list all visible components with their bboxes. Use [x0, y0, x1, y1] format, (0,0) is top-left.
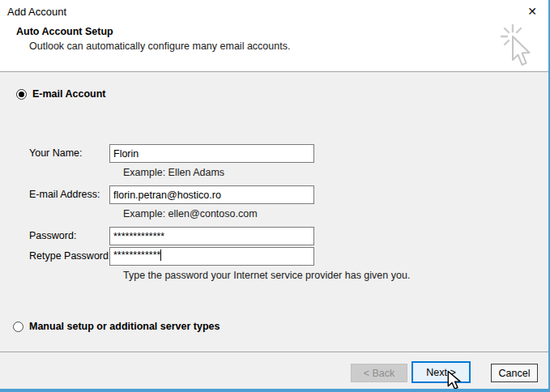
button-bar: < Back Next > Cancel [0, 352, 548, 389]
text-caret [160, 249, 161, 261]
cancel-button[interactable]: Cancel [491, 364, 538, 382]
retype-password-value: ************ [113, 249, 160, 261]
radio-email-account[interactable]: E-mail Account [16, 88, 106, 100]
close-icon: ✕ [527, 5, 537, 18]
window-title: Add Account [7, 6, 66, 18]
wizard-header: Auto Account Setup Outlook can automatic… [0, 23, 548, 72]
your-name-example: Example: Ellen Adams [123, 167, 224, 178]
email-address-input[interactable] [109, 185, 314, 204]
your-name-input[interactable] [109, 144, 314, 163]
your-name-label: Your Name: [29, 147, 83, 159]
wizard-subtitle: Outlook can automatically configure many… [29, 40, 290, 52]
mouse-pointer-cursor [447, 370, 462, 391]
add-account-dialog: Add Account ✕ Auto Account Setup Outlook… [0, 0, 550, 392]
retype-password-input[interactable]: ************ [109, 247, 314, 266]
radio-selected-icon [16, 89, 27, 100]
title-bar: Add Account ✕ [0, 0, 548, 23]
radio-manual-setup[interactable]: Manual setup or additional server types [13, 321, 220, 332]
back-button: < Back [351, 364, 407, 382]
password-input[interactable] [109, 227, 314, 245]
wizard-title: Auto Account Setup [16, 26, 113, 37]
password-label: Password: [29, 230, 76, 241]
radio-manual-setup-label: Manual setup or additional server types [29, 321, 220, 332]
close-button[interactable]: ✕ [518, 0, 547, 23]
retype-password-label: Retype Password: [29, 250, 111, 262]
form-area: E-mail Account Your Name: Example: Ellen… [0, 72, 548, 352]
email-address-example: Example: ellen@contoso.com [123, 208, 258, 219]
radio-unselected-icon [13, 322, 23, 332]
radio-email-account-label: E-mail Account [32, 88, 106, 100]
password-hint: Type the password your Internet service … [123, 270, 410, 281]
next-button[interactable]: Next > [411, 361, 471, 383]
click-cursor-icon [500, 23, 539, 71]
email-address-label: E-mail Address: [29, 189, 100, 200]
